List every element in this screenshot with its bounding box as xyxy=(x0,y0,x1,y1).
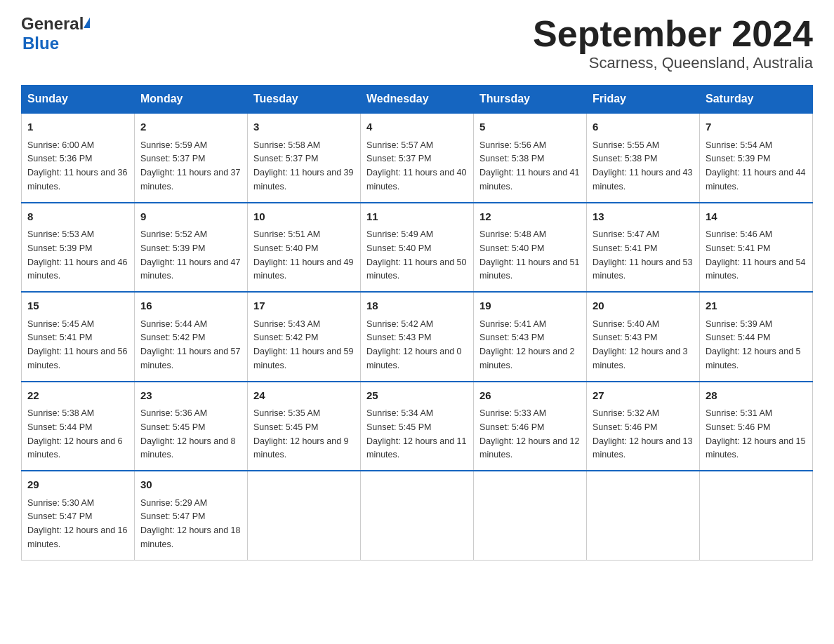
day-info: Sunrise: 5:55 AMSunset: 5:38 PMDaylight:… xyxy=(593,140,692,192)
day-info: Sunrise: 5:35 AMSunset: 5:45 PMDaylight:… xyxy=(253,408,349,459)
header-cell-saturday: Saturday xyxy=(700,86,813,114)
day-number: 16 xyxy=(140,298,241,314)
day-number: 18 xyxy=(366,298,468,314)
day-number: 24 xyxy=(253,388,355,404)
calendar-cell: 4 Sunrise: 5:57 AMSunset: 5:37 PMDayligh… xyxy=(361,113,474,203)
calendar-cell: 18 Sunrise: 5:42 AMSunset: 5:43 PMDaylig… xyxy=(361,292,474,382)
calendar-cell: 16 Sunrise: 5:44 AMSunset: 5:42 PMDaylig… xyxy=(135,292,248,382)
calendar-cell: 5 Sunrise: 5:56 AMSunset: 5:38 PMDayligh… xyxy=(474,113,587,203)
day-number: 6 xyxy=(593,119,694,135)
day-info: Sunrise: 5:48 AMSunset: 5:40 PMDaylight:… xyxy=(479,229,579,281)
calendar-cell xyxy=(248,471,361,560)
day-info: Sunrise: 5:44 AMSunset: 5:42 PMDaylight:… xyxy=(140,319,240,370)
day-number: 12 xyxy=(479,209,581,225)
calendar-cell: 23 Sunrise: 5:36 AMSunset: 5:45 PMDaylig… xyxy=(135,382,248,471)
day-info: Sunrise: 5:47 AMSunset: 5:41 PMDaylight:… xyxy=(593,229,692,281)
day-number: 26 xyxy=(479,388,581,404)
day-info: Sunrise: 5:31 AMSunset: 5:46 PMDaylight:… xyxy=(706,408,805,459)
day-number: 22 xyxy=(27,388,128,404)
title-area: September 2024 Scarness, Queensland, Aus… xyxy=(533,14,813,72)
day-number: 19 xyxy=(479,298,581,314)
header-cell-friday: Friday xyxy=(587,86,700,114)
day-info: Sunrise: 5:39 AMSunset: 5:44 PMDaylight:… xyxy=(706,319,801,370)
day-info: Sunrise: 5:43 AMSunset: 5:42 PMDaylight:… xyxy=(253,319,353,370)
day-number: 9 xyxy=(140,209,241,225)
calendar-table: SundayMondayTuesdayWednesdayThursdayFrid… xyxy=(21,85,813,561)
calendar-cell: 2 Sunrise: 5:59 AMSunset: 5:37 PMDayligh… xyxy=(135,113,248,203)
calendar-cell: 9 Sunrise: 5:52 AMSunset: 5:39 PMDayligh… xyxy=(135,203,248,293)
day-number: 13 xyxy=(593,209,694,225)
calendar-cell: 19 Sunrise: 5:41 AMSunset: 5:43 PMDaylig… xyxy=(474,292,587,382)
calendar-cell: 3 Sunrise: 5:58 AMSunset: 5:37 PMDayligh… xyxy=(248,113,361,203)
calendar-cell: 22 Sunrise: 5:38 AMSunset: 5:44 PMDaylig… xyxy=(22,382,135,471)
week-row-5: 29 Sunrise: 5:30 AMSunset: 5:47 PMDaylig… xyxy=(22,471,813,560)
calendar-cell: 27 Sunrise: 5:32 AMSunset: 5:46 PMDaylig… xyxy=(587,382,700,471)
day-info: Sunrise: 5:36 AMSunset: 5:45 PMDaylight:… xyxy=(140,408,236,459)
day-number: 10 xyxy=(253,209,355,225)
day-info: Sunrise: 5:40 AMSunset: 5:43 PMDaylight:… xyxy=(593,319,688,370)
day-info: Sunrise: 5:56 AMSunset: 5:38 PMDaylight:… xyxy=(479,140,579,192)
day-number: 3 xyxy=(253,119,355,135)
day-info: Sunrise: 5:53 AMSunset: 5:39 PMDaylight:… xyxy=(27,229,127,281)
header-cell-monday: Monday xyxy=(135,86,248,114)
header-cell-tuesday: Tuesday xyxy=(248,86,361,114)
week-row-2: 8 Sunrise: 5:53 AMSunset: 5:39 PMDayligh… xyxy=(22,203,813,293)
day-info: Sunrise: 5:33 AMSunset: 5:46 PMDaylight:… xyxy=(479,408,579,459)
week-row-1: 1 Sunrise: 6:00 AMSunset: 5:36 PMDayligh… xyxy=(22,113,813,203)
calendar-cell: 15 Sunrise: 5:45 AMSunset: 5:41 PMDaylig… xyxy=(22,292,135,382)
day-info: Sunrise: 5:57 AMSunset: 5:37 PMDaylight:… xyxy=(366,140,466,192)
day-info: Sunrise: 5:46 AMSunset: 5:41 PMDaylight:… xyxy=(706,229,805,281)
day-number: 1 xyxy=(27,119,128,135)
day-info: Sunrise: 5:59 AMSunset: 5:37 PMDaylight:… xyxy=(140,140,240,192)
day-number: 25 xyxy=(366,388,468,404)
day-number: 30 xyxy=(140,477,241,493)
week-row-4: 22 Sunrise: 5:38 AMSunset: 5:44 PMDaylig… xyxy=(22,382,813,471)
day-info: Sunrise: 5:41 AMSunset: 5:43 PMDaylight:… xyxy=(479,319,575,370)
day-info: Sunrise: 5:45 AMSunset: 5:41 PMDaylight:… xyxy=(27,319,127,370)
day-info: Sunrise: 5:42 AMSunset: 5:43 PMDaylight:… xyxy=(366,319,462,370)
day-number: 27 xyxy=(593,388,694,404)
day-info: Sunrise: 5:58 AMSunset: 5:37 PMDaylight:… xyxy=(253,140,353,192)
day-number: 2 xyxy=(140,119,241,135)
day-info: Sunrise: 5:32 AMSunset: 5:46 PMDaylight:… xyxy=(593,408,692,459)
calendar-cell: 28 Sunrise: 5:31 AMSunset: 5:46 PMDaylig… xyxy=(700,382,813,471)
calendar-cell: 20 Sunrise: 5:40 AMSunset: 5:43 PMDaylig… xyxy=(587,292,700,382)
calendar-cell: 29 Sunrise: 5:30 AMSunset: 5:47 PMDaylig… xyxy=(22,471,135,560)
day-info: Sunrise: 5:29 AMSunset: 5:47 PMDaylight:… xyxy=(140,498,240,549)
calendar-cell xyxy=(700,471,813,560)
header-cell-thursday: Thursday xyxy=(474,86,587,114)
calendar-cell: 30 Sunrise: 5:29 AMSunset: 5:47 PMDaylig… xyxy=(135,471,248,560)
day-number: 11 xyxy=(366,209,468,225)
day-number: 7 xyxy=(706,119,807,135)
day-number: 14 xyxy=(706,209,807,225)
calendar-cell: 17 Sunrise: 5:43 AMSunset: 5:42 PMDaylig… xyxy=(248,292,361,382)
day-info: Sunrise: 5:38 AMSunset: 5:44 PMDaylight:… xyxy=(27,408,123,459)
calendar-header: SundayMondayTuesdayWednesdayThursdayFrid… xyxy=(22,86,813,114)
page-header: General Blue September 2024 Scarness, Qu… xyxy=(21,14,813,72)
day-info: Sunrise: 6:00 AMSunset: 5:36 PMDaylight:… xyxy=(27,140,127,192)
logo: General Blue xyxy=(21,14,90,53)
calendar-subtitle: Scarness, Queensland, Australia xyxy=(533,54,813,72)
day-info: Sunrise: 5:54 AMSunset: 5:39 PMDaylight:… xyxy=(706,140,805,192)
day-number: 5 xyxy=(479,119,581,135)
day-number: 23 xyxy=(140,388,241,404)
day-number: 15 xyxy=(27,298,128,314)
day-info: Sunrise: 5:34 AMSunset: 5:45 PMDaylight:… xyxy=(366,408,466,459)
calendar-cell: 10 Sunrise: 5:51 AMSunset: 5:40 PMDaylig… xyxy=(248,203,361,293)
day-number: 29 xyxy=(27,477,128,493)
day-number: 17 xyxy=(253,298,355,314)
logo-triangle-icon xyxy=(84,18,90,28)
day-number: 21 xyxy=(706,298,807,314)
day-number: 4 xyxy=(366,119,468,135)
calendar-cell xyxy=(361,471,474,560)
calendar-cell xyxy=(587,471,700,560)
header-cell-wednesday: Wednesday xyxy=(361,86,474,114)
day-number: 20 xyxy=(593,298,694,314)
calendar-cell: 6 Sunrise: 5:55 AMSunset: 5:38 PMDayligh… xyxy=(587,113,700,203)
week-row-3: 15 Sunrise: 5:45 AMSunset: 5:41 PMDaylig… xyxy=(22,292,813,382)
calendar-cell: 12 Sunrise: 5:48 AMSunset: 5:40 PMDaylig… xyxy=(474,203,587,293)
day-info: Sunrise: 5:51 AMSunset: 5:40 PMDaylight:… xyxy=(253,229,353,281)
calendar-cell: 21 Sunrise: 5:39 AMSunset: 5:44 PMDaylig… xyxy=(700,292,813,382)
day-number: 28 xyxy=(706,388,807,404)
calendar-cell: 14 Sunrise: 5:46 AMSunset: 5:41 PMDaylig… xyxy=(700,203,813,293)
